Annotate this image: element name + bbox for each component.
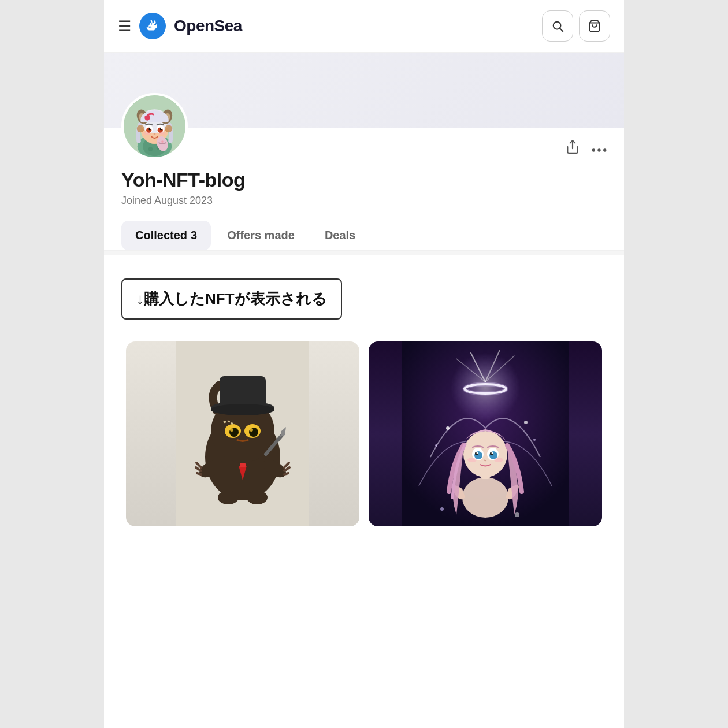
svg-point-74: [515, 512, 519, 517]
nft-card-1[interactable]: [126, 341, 359, 526]
header: ☰ OpenSea: [104, 0, 624, 53]
tabs-section: Collected3 Offers made Deals: [104, 221, 624, 251]
phone-frame: ☰ OpenSea: [104, 0, 624, 728]
svg-point-23: [154, 133, 156, 135]
brand-name: OpenSea: [174, 17, 242, 35]
svg-point-22: [161, 128, 162, 129]
svg-point-25: [158, 132, 165, 135]
search-button[interactable]: [542, 10, 573, 42]
hamburger-icon[interactable]: ☰: [118, 17, 131, 35]
svg-point-49: [230, 428, 233, 432]
avatar-image: [124, 95, 185, 157]
svg-point-69: [494, 458, 503, 462]
svg-point-39: [218, 491, 239, 504]
more-options-icon[interactable]: [592, 140, 607, 157]
header-left: ☰ OpenSea: [118, 13, 242, 39]
svg-point-27: [148, 147, 153, 151]
svg-point-34: [603, 148, 606, 151]
svg-line-1: [560, 28, 563, 31]
avatar-wrapper: [121, 93, 188, 159]
annotation-box: ↓購入したNFTが表示される: [121, 278, 342, 320]
header-right: [542, 10, 610, 42]
svg-point-70: [446, 426, 450, 430]
nft-grid: [104, 331, 624, 531]
tab-collected[interactable]: Collected3: [121, 221, 211, 250]
svg-point-24: [144, 132, 150, 135]
svg-point-67: [492, 452, 493, 454]
nft-creature-image: [126, 341, 359, 526]
opensea-logo[interactable]: [139, 13, 166, 39]
action-icons: [565, 139, 607, 158]
svg-point-71: [435, 444, 437, 447]
share-icon[interactable]: [565, 139, 580, 158]
username: Yoh-NFT-blog: [121, 169, 607, 191]
svg-point-32: [592, 148, 595, 151]
avatar: [121, 93, 188, 159]
svg-point-33: [597, 148, 600, 151]
divider: [104, 251, 624, 255]
svg-point-66: [477, 452, 478, 454]
annotation-section: ↓購入したNFTが表示される: [104, 255, 624, 331]
cart-icon: [588, 20, 601, 32]
annotation-text: ↓購入したNFTが表示される: [136, 290, 327, 307]
profile-section: Yoh-NFT-blog Joined August 2023: [104, 128, 624, 207]
nft-card-2[interactable]: [369, 341, 602, 526]
svg-point-30: [161, 140, 164, 143]
svg-rect-51: [240, 463, 246, 467]
svg-point-40: [247, 491, 268, 504]
svg-point-75: [440, 507, 444, 511]
join-date: Joined August 2023: [121, 195, 607, 207]
search-icon: [551, 20, 564, 32]
nft-angel-image: [369, 341, 602, 526]
svg-point-50: [250, 428, 253, 432]
tabs-row: Collected3 Offers made Deals: [121, 221, 607, 250]
svg-point-10: [165, 125, 172, 132]
svg-point-72: [524, 421, 528, 424]
svg-point-68: [467, 458, 477, 462]
svg-point-57: [462, 477, 508, 518]
tab-offers-made[interactable]: Offers made: [213, 221, 309, 250]
cart-button[interactable]: [579, 10, 610, 42]
svg-point-73: [533, 439, 536, 441]
svg-point-59: [463, 431, 507, 477]
tab-deals[interactable]: Deals: [311, 221, 369, 250]
svg-point-9: [137, 125, 144, 132]
svg-point-54: [451, 353, 520, 422]
svg-point-44: [211, 404, 274, 415]
svg-point-21: [150, 128, 151, 129]
